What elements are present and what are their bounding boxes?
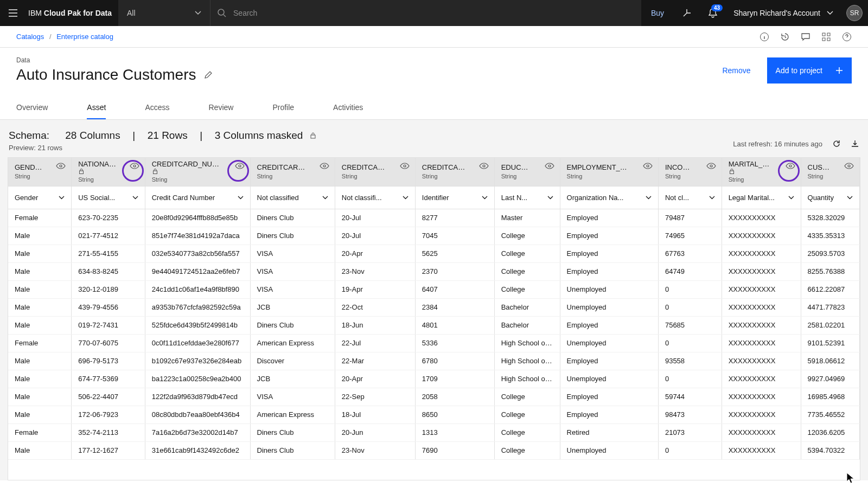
refresh-icon[interactable] bbox=[832, 139, 841, 148]
edit-icon[interactable] bbox=[204, 70, 213, 79]
table-cell: 9101.52391 bbox=[801, 334, 859, 352]
page-title: Auto Insurance Customers bbox=[16, 66, 213, 84]
table-cell: 20-Apr bbox=[335, 370, 415, 388]
table-cell: College bbox=[494, 441, 560, 459]
account-switcher[interactable]: Sharyn Richard's Account bbox=[726, 0, 841, 26]
settings-icon[interactable] bbox=[821, 32, 831, 42]
eye-icon[interactable] bbox=[844, 162, 854, 170]
brand: IBM Cloud Pak for Data bbox=[26, 9, 118, 17]
table-cell: 20-Jul bbox=[335, 209, 415, 227]
table-cell: 5394.70322 bbox=[801, 441, 859, 459]
table-cell: 74965 bbox=[658, 227, 722, 245]
table-cell: 22-Mar bbox=[335, 352, 415, 370]
table-cell: VISA bbox=[250, 388, 335, 406]
eye-icon[interactable] bbox=[643, 162, 653, 170]
data-table: GENDERStringNATIONAL_... StringCREDITCAR… bbox=[8, 157, 860, 480]
add-to-project-button[interactable]: Add to project bbox=[767, 57, 852, 84]
column-classifier[interactable]: Not cl... bbox=[658, 186, 722, 209]
column-classifier[interactable]: Organization Na... bbox=[560, 186, 658, 209]
eye-icon[interactable] bbox=[545, 162, 554, 170]
eye-icon[interactable] bbox=[400, 162, 410, 170]
column-classifier[interactable]: Gender bbox=[8, 186, 72, 209]
column-classifier[interactable]: US Social... bbox=[72, 186, 145, 209]
tab-activities[interactable]: Activities bbox=[333, 97, 363, 119]
column-header[interactable]: CUSTOMERString bbox=[801, 158, 859, 186]
avatar[interactable]: SR bbox=[846, 5, 863, 21]
eye-icon[interactable] bbox=[706, 162, 716, 170]
table-cell: Unemployed bbox=[560, 370, 658, 388]
table-cell: 0 bbox=[658, 280, 722, 298]
eye-icon[interactable] bbox=[130, 162, 139, 170]
table-cell: Male bbox=[8, 245, 72, 262]
tab-access[interactable]: Access bbox=[145, 97, 169, 119]
history-icon[interactable] bbox=[780, 32, 790, 42]
column-header[interactable]: CREDITCARD...String bbox=[415, 158, 494, 186]
column-header[interactable]: EDUCATI...String bbox=[494, 158, 560, 186]
eye-icon[interactable] bbox=[320, 162, 329, 170]
table-cell: JCB bbox=[250, 298, 335, 316]
table-cell: 67763 bbox=[658, 245, 722, 262]
table-cell: Master bbox=[494, 209, 560, 227]
create-icon[interactable] bbox=[674, 0, 700, 26]
column-classifier[interactable]: Quantity bbox=[801, 186, 859, 209]
svg-point-12 bbox=[239, 165, 241, 167]
column-classifier[interactable]: Not classified bbox=[250, 186, 335, 209]
eye-icon[interactable] bbox=[56, 162, 66, 170]
table-cell: Diners Club bbox=[250, 209, 335, 227]
table-cell: 6780 bbox=[415, 352, 494, 370]
column-header[interactable]: MARITAL_STAT... String bbox=[722, 158, 801, 186]
crumb-catalogs[interactable]: Catalogs bbox=[16, 33, 44, 41]
column-header[interactable]: INCOMEString bbox=[658, 158, 722, 186]
column-header[interactable]: GENDERString bbox=[8, 158, 72, 186]
scope-dropdown[interactable]: All bbox=[118, 0, 210, 26]
remove-button[interactable]: Remove bbox=[713, 60, 759, 81]
table-cell: 2058 bbox=[415, 388, 494, 406]
table-cell: Male bbox=[8, 352, 72, 370]
table-cell: 5918.06612 bbox=[801, 352, 859, 370]
column-header[interactable]: NATIONAL_... String bbox=[72, 158, 145, 186]
menu-icon[interactable] bbox=[0, 0, 26, 26]
download-icon[interactable] bbox=[851, 139, 859, 148]
tab-asset[interactable]: Asset bbox=[87, 97, 106, 119]
table-cell: College bbox=[494, 227, 560, 245]
table-cell: 75685 bbox=[658, 316, 722, 334]
tab-review[interactable]: Review bbox=[209, 97, 234, 119]
info-icon[interactable] bbox=[760, 32, 769, 42]
tab-profile[interactable]: Profile bbox=[272, 97, 294, 119]
svg-point-15 bbox=[483, 165, 485, 167]
eye-icon[interactable] bbox=[786, 162, 795, 170]
help-icon[interactable] bbox=[842, 32, 852, 42]
table-cell: Female bbox=[8, 209, 72, 227]
notifications-icon[interactable]: 43 bbox=[700, 0, 726, 26]
table-cell: XXXXXXXXXX bbox=[722, 227, 801, 245]
table-cell: 24c1dd1c06af1e4a9f8bf890 bbox=[145, 280, 250, 298]
table-cell: Male bbox=[8, 298, 72, 316]
column-header[interactable]: CREDITCARD_...String bbox=[250, 158, 335, 186]
column-header[interactable]: EMPLOYMENT_ST...String bbox=[560, 158, 658, 186]
svg-point-0 bbox=[218, 9, 224, 15]
eye-icon[interactable] bbox=[479, 162, 489, 170]
table-cell: 0 bbox=[658, 370, 722, 388]
column-classifier[interactable]: Credit Card Number bbox=[145, 186, 250, 209]
buy-link[interactable]: Buy bbox=[641, 0, 674, 26]
column-classifier[interactable]: Not classifi... bbox=[335, 186, 415, 209]
tab-overview[interactable]: Overview bbox=[16, 97, 48, 119]
table-cell: 20-Jun bbox=[335, 423, 415, 441]
preview-info: Preview: 21 rows bbox=[9, 144, 317, 152]
column-classifier[interactable]: Legal Marital... bbox=[722, 186, 801, 209]
crumb-enterprise-catalog[interactable]: Enterprise catalog bbox=[56, 33, 113, 41]
table-cell: College bbox=[494, 406, 560, 423]
table-cell: Unemployed bbox=[560, 280, 658, 298]
eye-icon[interactable] bbox=[235, 162, 245, 170]
column-classifier[interactable]: Last N... bbox=[494, 186, 560, 209]
chat-icon[interactable] bbox=[801, 32, 810, 42]
column-header[interactable]: CREDITCARD_NUMB... String bbox=[145, 158, 250, 186]
column-header[interactable]: CREDITCARD...String bbox=[335, 158, 415, 186]
svg-point-10 bbox=[133, 165, 136, 167]
column-classifier[interactable]: Identifier bbox=[415, 186, 494, 209]
table-cell: 506-22-4407 bbox=[72, 388, 145, 406]
table-cell: 4335.35313 bbox=[801, 227, 859, 245]
table-cell: 6407 bbox=[415, 280, 494, 298]
search-input[interactable]: Search bbox=[210, 0, 641, 26]
svg-point-16 bbox=[548, 165, 551, 167]
